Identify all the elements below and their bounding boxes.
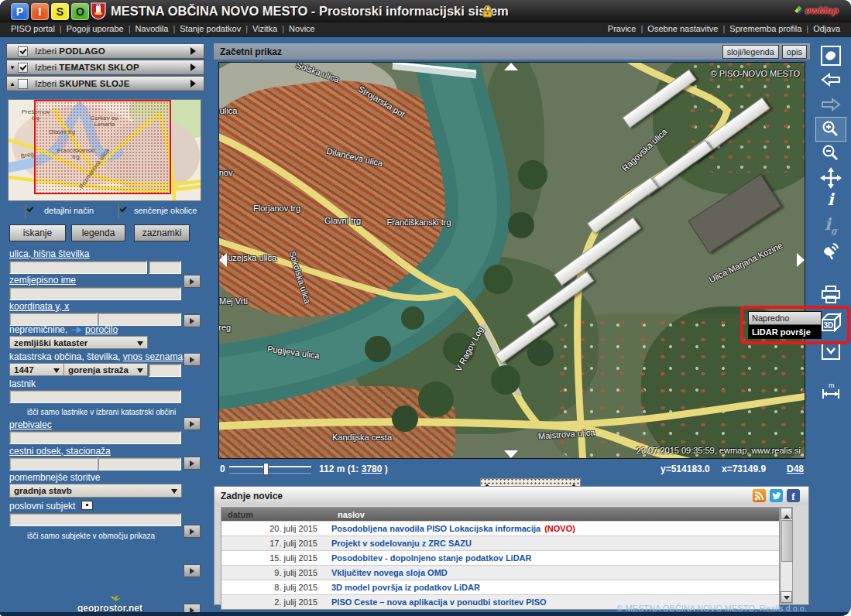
ko-name-select[interactable]: gorenja straža bbox=[63, 363, 148, 376]
panel-tematski-sklop[interactable]: ▼ Izberi TEMATSKI SKLOP bbox=[6, 60, 204, 75]
menu-osebne-nastavitve[interactable]: Osebne nastavitve bbox=[637, 24, 719, 33]
scroll-down-button[interactable] bbox=[781, 591, 792, 603]
nepremicnine-label: nepremičnine, poročilo bbox=[9, 324, 118, 335]
history-forward-button[interactable] bbox=[810, 97, 851, 112]
ewmap-brand[interactable]: ewMap bbox=[794, 5, 839, 16]
info-tool[interactable]: i bbox=[810, 192, 851, 207]
lastnik-label: lastnik bbox=[9, 378, 36, 389]
scale-ratio-link[interactable]: 3780 bbox=[362, 464, 383, 474]
scale-slider-handle[interactable] bbox=[263, 463, 269, 475]
hisna-stevilka-input[interactable] bbox=[149, 261, 181, 274]
menu-odjava[interactable]: Odjava bbox=[801, 24, 840, 33]
facebook-icon[interactable]: f bbox=[787, 489, 800, 502]
ewmap-icon bbox=[794, 5, 804, 15]
rss-icon[interactable] bbox=[753, 489, 766, 502]
menu-navodila[interactable]: Navodila bbox=[124, 24, 169, 33]
menu-item-lidar-povrsje[interactable]: LiDAR površje bbox=[749, 325, 821, 338]
subjekt-info-icon[interactable] bbox=[81, 501, 93, 510]
menu-novice[interactable]: Novice bbox=[277, 24, 314, 33]
stacionaza-input[interactable] bbox=[98, 457, 181, 471]
panel-skupne-sloje[interactable]: ▲ Izberi SKUPNE SLOJE bbox=[6, 76, 204, 91]
ulica-input[interactable] bbox=[9, 261, 147, 274]
news-row[interactable]: 8. julij 2015 3D model površja iz podatk… bbox=[221, 580, 779, 594]
export-tool[interactable] bbox=[810, 341, 851, 361]
twitter-icon[interactable] bbox=[770, 489, 783, 502]
koordinata-search-button[interactable] bbox=[184, 353, 201, 366]
zemljepisno-label: zemljepisno ime bbox=[9, 275, 76, 286]
zoom-out-tool[interactable] bbox=[810, 143, 851, 163]
gps-tool[interactable] bbox=[810, 241, 851, 262]
menu-sprememba-profila[interactable]: Sprememba profila bbox=[718, 24, 801, 33]
layers-legend-button[interactable]: sloji/legenda bbox=[722, 45, 779, 59]
prebivalec-search-button[interactable] bbox=[184, 525, 201, 538]
pan-right-arrow[interactable] bbox=[797, 253, 805, 267]
scroll-up-button[interactable] bbox=[781, 508, 792, 519]
parcela-input[interactable] bbox=[149, 364, 181, 377]
podlago-checkbox[interactable] bbox=[18, 46, 28, 56]
print-tool[interactable] bbox=[810, 285, 851, 305]
news-scrollbar[interactable] bbox=[780, 507, 793, 604]
cestni-search-button[interactable] bbox=[184, 564, 201, 577]
kataster-select[interactable]: zemljiški kataster bbox=[9, 336, 148, 349]
overview-minimap[interactable]: Prešernov trg Cerkev sv. Lenarta Glavni … bbox=[8, 99, 201, 201]
menu-pogoji-uporabe[interactable]: Pogoji uporabe bbox=[55, 24, 124, 33]
skupne-checkbox[interactable] bbox=[18, 79, 28, 89]
pan-tool[interactable] bbox=[810, 167, 851, 189]
subjekt-label: poslovni subjekt bbox=[9, 501, 93, 512]
header-bar: P I S O MESTNA OBČINA NOVO MESTO - Prost… bbox=[0, 0, 851, 22]
pan-down-arrow[interactable] bbox=[504, 450, 518, 458]
storitve-select[interactable]: gradnja stavb bbox=[9, 484, 182, 498]
ko-number-select[interactable]: 1447 bbox=[9, 363, 64, 376]
piso-logo[interactable]: P I S O bbox=[11, 3, 89, 20]
news-row[interactable]: 9. julij 2015 Vključitev novega sloja OM… bbox=[221, 565, 779, 580]
prebivalec-input[interactable] bbox=[9, 431, 181, 444]
collapse-icon[interactable]: ▼ bbox=[7, 64, 18, 71]
description-button[interactable]: opis bbox=[782, 45, 807, 59]
scale-zero-label: 0 bbox=[220, 464, 225, 474]
sencenje-okolice-checkbox[interactable] bbox=[118, 204, 119, 219]
ulica-search-button[interactable] bbox=[184, 275, 201, 288]
zoom-in-tool[interactable] bbox=[815, 117, 846, 142]
tab-iskanje[interactable]: iskanje bbox=[9, 224, 66, 241]
scroll-thumb[interactable] bbox=[781, 520, 793, 562]
zemljepisno-search-button[interactable] bbox=[184, 314, 201, 327]
parcela-search-button[interactable] bbox=[184, 417, 201, 430]
info-group-tool[interactable]: ig bbox=[810, 217, 851, 239]
porocilo-link[interactable]: poročilo bbox=[85, 324, 118, 335]
panel-podlago[interactable]: Izberi PODLAGO bbox=[6, 43, 204, 59]
cestni-odsek-input[interactable] bbox=[9, 457, 98, 471]
tematski-checkbox[interactable] bbox=[18, 63, 28, 73]
collapse-icon[interactable]: ▲ bbox=[7, 80, 18, 87]
lastnik-search-button[interactable] bbox=[184, 457, 201, 470]
measure-tool[interactable]: m bbox=[810, 382, 851, 402]
news-row[interactable]: 17. julij 2015 Projekt v sodelovanju z Z… bbox=[221, 536, 779, 550]
news-row[interactable]: 20. julij 2015 Posodobljena navodila PIS… bbox=[221, 521, 779, 536]
menu-item-napredno[interactable]: Napredno bbox=[749, 312, 821, 325]
lastnik-input[interactable] bbox=[9, 390, 181, 403]
vnos-seznama-link[interactable]: vnos seznama bbox=[123, 351, 183, 362]
history-back-button[interactable] bbox=[810, 72, 851, 87]
map-copyright: © PISO-NOVO MESTO bbox=[711, 69, 800, 78]
menu-piso-portal[interactable]: PISO portal bbox=[11, 24, 55, 33]
menu-stanje-podatkov[interactable]: Stanje podatkov bbox=[168, 24, 241, 33]
minimap-extent-rectangle[interactable] bbox=[34, 100, 171, 194]
menu-vizitka[interactable]: Vizitka bbox=[241, 24, 277, 33]
scale-slider-track[interactable] bbox=[229, 466, 311, 474]
tab-legenda[interactable]: legenda bbox=[71, 224, 125, 241]
initial-view-button[interactable] bbox=[810, 45, 851, 67]
datum-link[interactable]: D48 bbox=[787, 464, 804, 474]
zemljepisno-input[interactable] bbox=[9, 287, 181, 300]
detajlni-nacin-checkbox[interactable] bbox=[25, 204, 26, 219]
subjekt-input[interactable] bbox=[9, 513, 181, 526]
menu-pravice[interactable]: Pravice bbox=[608, 24, 637, 33]
pan-up-arrow[interactable] bbox=[504, 63, 518, 70]
pan-left-arrow[interactable] bbox=[219, 253, 227, 267]
expand-right-icon bbox=[190, 80, 200, 87]
news-row[interactable]: 15. julij 2015 Posodobitev - dopolnjeno … bbox=[221, 550, 779, 565]
tab-zaznamki[interactable]: zaznamki bbox=[134, 224, 190, 241]
storitve-label: pomembnejše storitve bbox=[9, 472, 100, 483]
piso-application: P I S O MESTNA OBČINA NOVO MESTO - Prost… bbox=[0, 0, 851, 616]
map-viewport[interactable]: Šolska ulica va ulica Strojarska pot Dil… bbox=[218, 62, 805, 459]
news-panel: Zadnje novice f datum naslov 20. julij 2… bbox=[214, 486, 809, 605]
street-label: Mej Vrti bbox=[219, 296, 248, 306]
